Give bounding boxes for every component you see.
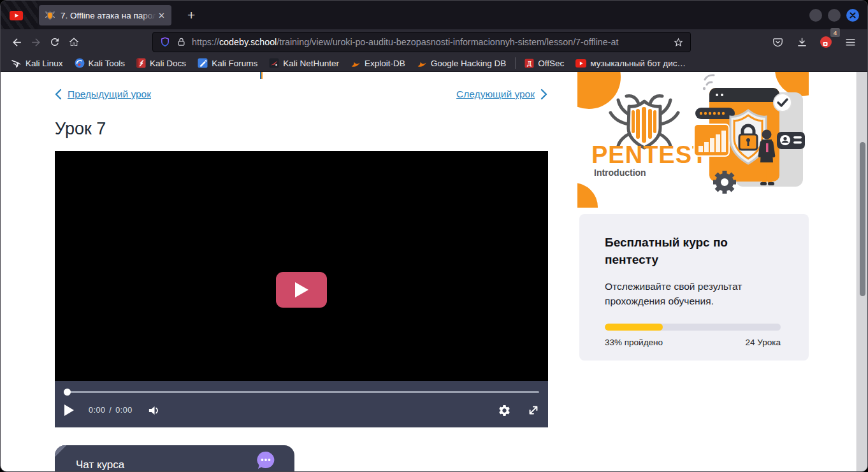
gear-illustration: [713, 171, 736, 194]
home-icon: [68, 36, 80, 48]
bookmark-exploit-db[interactable]: Exploit-DB: [345, 56, 411, 70]
tab-active[interactable]: 7. Offline атака на пароли ✕: [39, 5, 171, 25]
course-progress-card: Бесплатный курс по пентесту Отслеживайте…: [579, 214, 809, 361]
play-button[interactable]: [64, 404, 75, 417]
kali-dragon-icon: [11, 59, 22, 68]
progress-percent-label: 33% пройдено: [605, 338, 663, 347]
fullscreen-button[interactable]: [528, 404, 539, 416]
chat-bubble-icon: [255, 450, 277, 471]
course-chat-widget[interactable]: Чат курса: [55, 445, 294, 471]
bookmark-offsec[interactable]: Д OffSec: [519, 56, 570, 70]
bookmark-kali-docs[interactable]: Kali Docs: [131, 56, 192, 70]
menu-button[interactable]: [841, 32, 860, 52]
url-domain: codeby.school: [219, 37, 277, 47]
minimize-button[interactable]: [809, 9, 822, 22]
tab-close-icon[interactable]: ✕: [156, 10, 167, 22]
page-scrollbar[interactable]: [857, 72, 867, 471]
youtube-icon: [10, 11, 23, 20]
tab-title: 7. Offline атака на пароли: [61, 11, 156, 20]
seek-bar[interactable]: [64, 381, 539, 397]
bookmark-kali-forums[interactable]: Kali Forums: [192, 56, 263, 70]
lessons-count-label: 24 Урока: [746, 338, 781, 347]
extension-button[interactable]: 4: [816, 32, 835, 52]
seek-track[interactable]: [64, 391, 539, 393]
volume-button[interactable]: [148, 404, 161, 417]
bookmark-star-icon[interactable]: [673, 37, 684, 48]
lock-icon[interactable]: [177, 37, 186, 47]
previous-lesson-link[interactable]: Предыдущий урок: [55, 89, 151, 100]
kali-tools-icon: [75, 58, 85, 68]
youtube-icon: [575, 59, 586, 68]
tracking-protection-shield-icon[interactable]: [159, 36, 171, 48]
close-icon: [850, 12, 856, 18]
bookmark-kali-nethunter[interactable]: Kali NetHunter: [263, 56, 345, 70]
previous-lesson-label: Предыдущий урок: [68, 89, 151, 100]
bookmarks-separator: [515, 57, 516, 69]
forward-button[interactable]: [26, 32, 45, 52]
tab-bar: 7. Offline атака на пароли ✕ +: [1, 1, 867, 29]
bookmark-google-hacking-db[interactable]: Google Hacking DB: [411, 56, 512, 70]
course-banner-illustration: PENTEST Introduction: [577, 72, 809, 208]
downloads-button[interactable]: [792, 32, 811, 52]
pocket-button[interactable]: [768, 32, 787, 52]
scrollbar-thumb[interactable]: [860, 142, 865, 296]
settings-gear-button[interactable]: [498, 404, 511, 417]
bookmark-music-bot[interactable]: музыкальный бот дис…: [570, 56, 691, 70]
new-tab-button[interactable]: +: [184, 7, 199, 23]
exploitdb-bird-icon: [351, 59, 361, 68]
kali-docs-icon: [136, 58, 146, 68]
extension-badge: 4: [830, 28, 840, 37]
course-card-description: Отслеживайте свой результат прохождения …: [605, 279, 783, 309]
hamburger-menu-icon: [845, 37, 856, 48]
next-lesson-link[interactable]: Следующий урок: [456, 89, 547, 100]
video-controls: 0:00/0:00: [55, 381, 548, 427]
extension-icon: [820, 36, 832, 48]
ghdb-bird-icon: [417, 59, 427, 68]
navigation-toolbar: https://codeby.school/training/view/urok…: [1, 29, 867, 55]
video-screen[interactable]: [55, 151, 548, 381]
pocket-icon: [772, 37, 783, 48]
reload-button[interactable]: [45, 32, 64, 52]
pinned-tab-youtube[interactable]: [8, 9, 24, 22]
forward-arrow-icon: [30, 36, 42, 48]
bookmark-label: Kali Linux: [25, 59, 63, 68]
browser-window: 7. Offline атака на пароли ✕ +: [0, 0, 868, 472]
kali-forums-icon: [198, 58, 208, 68]
duration: 0:00: [115, 406, 132, 415]
bookmark-kali-tools[interactable]: Kali Tools: [69, 56, 131, 70]
next-lesson-label: Следующий урок: [456, 89, 535, 100]
seek-handle[interactable]: [64, 389, 71, 396]
back-button[interactable]: [7, 32, 26, 52]
brand-title: PENTEST: [591, 141, 707, 168]
video-player: 0:00/0:00: [55, 151, 548, 427]
window-controls: [809, 9, 859, 22]
chevron-right-icon: [540, 89, 547, 100]
bookmark-label: Google Hacking DB: [431, 59, 507, 68]
download-icon: [797, 37, 807, 48]
url-path: /training/view/uroki-po-auditu-bezopasno…: [277, 37, 618, 47]
bookmark-label: Kali Forums: [212, 59, 257, 68]
url-bar[interactable]: https://codeby.school/training/view/urok…: [152, 32, 691, 52]
time-separator: /: [109, 406, 112, 415]
home-button[interactable]: [64, 32, 83, 52]
bookmarks-bar: Kali Linux Kali Tools Kali Docs Kali For…: [1, 55, 867, 72]
bookmark-label: OffSec: [538, 59, 564, 68]
bookmark-kali-linux[interactable]: Kali Linux: [6, 56, 69, 70]
bookmark-label: Kali NetHunter: [283, 59, 339, 68]
big-play-button[interactable]: [276, 272, 327, 308]
url-protocol: https://: [192, 37, 219, 47]
toolbar-right-icons: 4: [768, 32, 860, 52]
chevron-left-icon: [55, 89, 62, 100]
offsec-icon: Д: [524, 59, 534, 68]
bookmark-label: музыкальный бот дис…: [590, 59, 686, 68]
close-button[interactable]: [846, 9, 859, 22]
current-time: 0:00: [89, 406, 105, 415]
page-content: Предыдущий урок Следующий урок Урок 7: [1, 72, 867, 471]
page-title: Урок 7: [55, 119, 106, 139]
maximize-button[interactable]: [828, 9, 841, 22]
codeby-favicon-icon: [45, 10, 55, 21]
reload-icon: [49, 36, 61, 48]
security-illustration: [694, 75, 805, 194]
svg-text:Д: Д: [527, 60, 532, 67]
play-icon: [293, 281, 310, 299]
